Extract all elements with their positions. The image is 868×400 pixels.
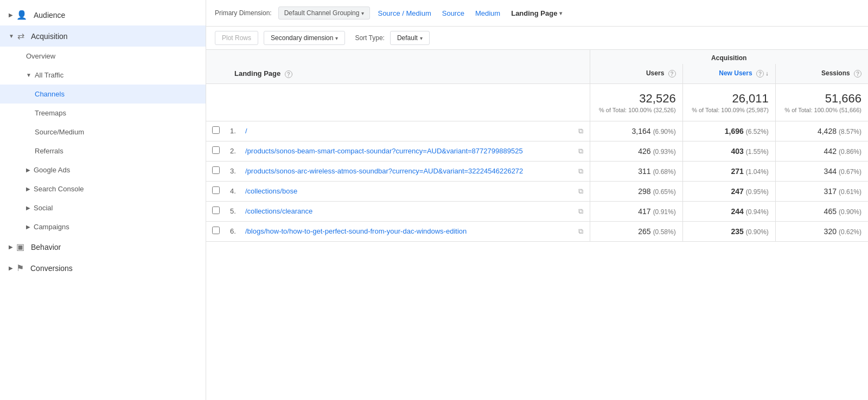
users-col-header[interactable]: Users ? <box>590 64 682 83</box>
new-users-pct: (1.04%) <box>746 168 769 176</box>
medium-link[interactable]: Medium <box>475 9 500 17</box>
row-checkbox[interactable] <box>212 146 220 154</box>
row-checkbox[interactable] <box>212 126 220 134</box>
landing-page-cell: 1./⧉ <box>226 121 590 141</box>
sidebar-item-referrals[interactable]: Referrals <box>0 141 206 160</box>
sidebar-item-conversions[interactable]: ▶ ⚑ Conversions <box>0 257 206 279</box>
users-col-label: Users <box>646 69 664 77</box>
new-users-value: 244 <box>731 207 743 216</box>
users-pct: (6.90%) <box>653 128 676 136</box>
plot-rows-button[interactable]: Plot Rows <box>215 31 258 45</box>
sidebar-item-channels[interactable]: Channels <box>0 85 206 104</box>
users-pct: (0.65%) <box>653 188 676 196</box>
sessions-value: 317 <box>824 187 837 196</box>
sort-down-icon: ↓ <box>765 70 769 76</box>
sidebar-item-overview[interactable]: Overview <box>0 47 206 66</box>
sidebar-item-all-traffic[interactable]: ▼ All Traffic <box>0 66 206 85</box>
sidebar-item-behavior[interactable]: ▶ ▣ Behavior <box>0 236 206 257</box>
sidebar-item-social[interactable]: ▶ Social <box>0 198 206 217</box>
new-users-pct: (6.52%) <box>746 128 769 136</box>
landing-page-help-icon[interactable]: ? <box>285 70 292 78</box>
sidebar-item-search-console[interactable]: ▶ Search Console <box>0 179 206 198</box>
chevron-icon: ▶ <box>26 167 30 173</box>
landing-page-cell: 3./products/sonos-arc-wireless-atmos-sou… <box>226 161 590 181</box>
page-path-link[interactable]: /collections/bose <box>245 187 576 195</box>
page-path-link[interactable]: / <box>245 127 576 135</box>
page-path-link[interactable]: /blogs/how-to/how-to-get-perfect-sound-f… <box>245 227 576 235</box>
landing-page-active[interactable]: Landing Page ▾ <box>511 9 562 17</box>
row-checkbox-cell <box>206 181 226 201</box>
users-cell: 417(0.91%) <box>590 201 682 221</box>
sidebar-item-audience[interactable]: ▶ 👤 Audience <box>0 4 206 25</box>
sec-dim-arrow-icon: ▾ <box>335 35 338 41</box>
row-number: 4. <box>230 187 241 195</box>
new-users-pct: (0.95%) <box>746 188 769 196</box>
source-link[interactable]: Source <box>442 9 464 17</box>
sidebar-label-source-medium: Source/Medium <box>35 128 84 136</box>
behavior-icon: ▣ <box>16 242 24 252</box>
copy-icon[interactable]: ⧉ <box>578 167 583 176</box>
audience-icon: 👤 <box>16 10 27 20</box>
row-checkbox[interactable] <box>212 186 220 194</box>
sessions-value: 344 <box>824 167 837 176</box>
sidebar-label-social: Social <box>34 204 53 212</box>
sessions-pct: (0.67%) <box>839 168 861 176</box>
page-path-link[interactable]: /collections/clearance <box>245 207 576 215</box>
sessions-pct: (0.90%) <box>839 208 861 216</box>
primary-dim-label: Primary Dimension: <box>215 9 272 17</box>
secondary-dimension-button[interactable]: Secondary dimension ▾ <box>264 31 345 45</box>
default-grouping-button[interactable]: Default Channel Grouping ▾ <box>278 7 371 20</box>
users-help-icon[interactable]: ? <box>668 70 676 78</box>
copy-icon[interactable]: ⧉ <box>578 227 583 236</box>
sidebar-item-treemaps[interactable]: Treemaps <box>0 104 206 122</box>
row-checkbox[interactable] <box>212 207 220 214</box>
table-row: 2./products/sonos-beam-smart-compact-sou… <box>206 141 868 161</box>
users-cell: 311(0.68%) <box>590 161 682 181</box>
row-checkbox[interactable] <box>212 166 220 174</box>
total-new-users-cell: 26,011 % of Total: 100.09% (25,987) <box>682 83 775 121</box>
page-path-link[interactable]: /products/sonos-beam-smart-compact-sound… <box>245 147 576 155</box>
row-checkbox[interactable] <box>212 227 220 234</box>
chevron-icon: ▶ <box>9 265 13 271</box>
sidebar-item-source-medium[interactable]: Source/Medium <box>0 122 206 141</box>
acquisition-group-header: Acquisition <box>590 50 868 64</box>
dropdown-arrow-icon: ▾ <box>361 10 364 16</box>
new-users-help-icon[interactable]: ? <box>756 70 764 78</box>
sidebar-label-all-traffic: All Traffic <box>35 71 63 79</box>
row-number: 5. <box>230 207 241 215</box>
users-cell: 298(0.65%) <box>590 181 682 201</box>
sidebar-label-google-ads: Google Ads <box>34 166 70 174</box>
new-users-col-label: New Users <box>719 69 752 77</box>
copy-icon[interactable]: ⧉ <box>578 187 583 196</box>
new-users-col-header[interactable]: New Users ? ↓ <box>682 64 775 83</box>
sidebar-label-treemaps: Treemaps <box>35 109 66 117</box>
new-users-cell: 1,696(6.52%) <box>682 121 775 141</box>
sessions-col-header[interactable]: Sessions ? <box>775 64 868 83</box>
source-medium-link[interactable]: Source / Medium <box>378 9 431 17</box>
sidebar-item-acquisition[interactable]: ▼ ⇄ Acquisition <box>0 25 206 47</box>
new-users-cell: 247(0.95%) <box>682 181 775 201</box>
row-number: 6. <box>230 227 241 235</box>
sort-arrow-icon: ▾ <box>420 35 423 41</box>
sessions-cell: 442(0.86%) <box>775 141 868 161</box>
landing-page-cell: 6./blogs/how-to/how-to-get-perfect-sound… <box>226 221 590 241</box>
total-row: 32,526 % of Total: 100.00% (32,526) 26,0… <box>206 83 868 121</box>
sidebar-item-campaigns[interactable]: ▶ Campaigns <box>0 217 206 236</box>
new-users-value: 403 <box>731 147 743 156</box>
users-value: 298 <box>638 187 650 196</box>
users-cell: 426(0.93%) <box>590 141 682 161</box>
sort-default-button[interactable]: Default ▾ <box>390 31 430 45</box>
copy-icon[interactable]: ⧉ <box>578 127 583 136</box>
new-users-cell: 244(0.94%) <box>682 201 775 221</box>
page-path-link[interactable]: /products/sonos-arc-wireless-atmos-sound… <box>245 167 576 175</box>
sidebar-label-audience: Audience <box>34 11 65 20</box>
copy-icon[interactable]: ⧉ <box>578 147 583 156</box>
total-check-cell <box>206 83 226 121</box>
toolbar: Plot Rows Secondary dimension ▾ Sort Typ… <box>206 27 868 50</box>
sessions-help-icon[interactable]: ? <box>854 70 861 78</box>
sidebar-item-google-ads[interactable]: ▶ Google Ads <box>0 160 206 179</box>
copy-icon[interactable]: ⧉ <box>578 207 583 216</box>
chevron-icon: ▶ <box>26 224 30 230</box>
users-pct: (0.93%) <box>653 148 676 156</box>
users-pct: (0.68%) <box>653 168 676 176</box>
